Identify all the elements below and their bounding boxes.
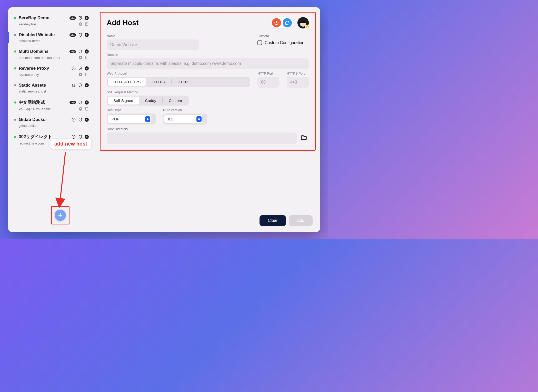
protocol-option-https[interactable]: HTTPS <box>147 78 171 86</box>
shield-icon <box>78 100 83 105</box>
chevron-updown-icon <box>145 116 150 122</box>
svg-rect-28 <box>86 136 87 138</box>
status-dot-icon <box>14 34 16 36</box>
pause-icon[interactable] <box>85 135 89 139</box>
page-title: Add Host <box>107 19 271 27</box>
root-directory-input[interactable] <box>107 132 297 144</box>
redirect-icon <box>71 135 76 139</box>
avatar-badge-icon <box>305 25 309 29</box>
status-dot-icon <box>14 101 16 104</box>
notes-icon[interactable] <box>85 22 89 26</box>
pause-icon[interactable] <box>85 16 89 20</box>
sidebar-item-static-assets[interactable]: Static Assets static.servbay.host <box>8 80 95 96</box>
php-version-select[interactable]: 8.3 <box>164 115 203 123</box>
svg-point-26 <box>72 118 75 121</box>
play-icon[interactable] <box>85 118 89 122</box>
svg-rect-37 <box>304 24 305 24</box>
svg-rect-21 <box>73 86 74 86</box>
svg-rect-9 <box>87 51 87 52</box>
notes-icon[interactable] <box>85 56 89 60</box>
static-icon <box>71 83 76 88</box>
power-button[interactable] <box>272 18 281 27</box>
php-badge-icon: php <box>69 33 76 37</box>
https-port-input[interactable] <box>287 77 309 88</box>
compass-icon[interactable] <box>78 73 83 77</box>
root-label: Root Directory <box>107 127 309 131</box>
app-window: ServBay Demo php servbay.host Disabled W… <box>8 7 320 232</box>
compass-icon[interactable] <box>78 107 83 111</box>
sidebar-item-chinese-test[interactable]: 中文网站测试 php xn--6qq79v.xn--fiqs8s <box>8 96 95 114</box>
web-protocol-label: Web Protocol <box>107 71 250 75</box>
sidebar-item-disabled-website[interactable]: Disabled Website php disabled.demo <box>8 29 95 46</box>
header-actions <box>271 17 293 28</box>
browse-folder-button[interactable] <box>300 134 309 142</box>
avatar[interactable] <box>297 17 309 28</box>
host-title: Static Assets <box>19 83 69 88</box>
sidebar-item-multi-domains[interactable]: Multi Domains php domain-1.com domain-2.… <box>8 46 95 63</box>
host-domain: reverse.proxy <box>19 73 78 77</box>
annotation-callout: add new host <box>50 139 91 149</box>
domain-input[interactable] <box>107 58 309 69</box>
svg-rect-8 <box>86 51 87 52</box>
pause-icon[interactable] <box>85 66 89 70</box>
host-domain: servbay.host <box>19 22 78 26</box>
clear-button[interactable]: Clear <box>260 215 286 226</box>
shield-icon <box>78 117 83 122</box>
ssl-option-custom[interactable]: Custom <box>163 97 188 105</box>
php-badge-icon: php <box>69 101 76 104</box>
host-domain: xn--6qq79v.xn--fiqs8s <box>19 107 78 111</box>
svg-rect-2 <box>87 17 87 19</box>
ssl-option-selfsigned[interactable]: Self-Signed <box>108 97 139 105</box>
http-port-input[interactable] <box>257 77 280 88</box>
web-protocol-segment: HTTP & HTTPS HTTPS HTTP <box>107 77 250 87</box>
name-input[interactable] <box>107 39 199 50</box>
host-type-value: PHP <box>108 115 151 123</box>
status-dot-icon <box>14 17 16 19</box>
svg-rect-18 <box>85 73 88 76</box>
host-title: Disabled Website <box>19 32 67 37</box>
svg-rect-16 <box>87 68 87 69</box>
play-icon[interactable] <box>85 83 89 87</box>
add-button[interactable]: Add <box>289 215 313 226</box>
host-type-select[interactable]: PHP <box>108 115 151 123</box>
add-host-button[interactable] <box>55 210 66 221</box>
svg-rect-25 <box>85 107 88 110</box>
svg-rect-29 <box>87 136 87 138</box>
status-dot-icon <box>14 136 16 138</box>
svg-point-0 <box>80 17 81 18</box>
sidebar-item-gitlab-docker[interactable]: Gitlab Docker gitlab.docker <box>8 114 95 131</box>
host-domain: static.servbay.host <box>19 89 89 93</box>
ssl-option-caddy[interactable]: Caddy <box>140 97 162 105</box>
custom-config-label: Custom Configuration <box>265 40 304 45</box>
host-title: Gitlab Docker <box>19 117 69 122</box>
ssl-segment: Self-Signed Caddy Custom <box>107 96 189 106</box>
shield-icon <box>78 49 83 54</box>
notes-icon[interactable] <box>85 73 89 77</box>
sidebar-item-servbay-demo[interactable]: ServBay Demo php servbay.host <box>8 12 95 29</box>
sidebar-item-reverse-proxy[interactable]: Reverse Proxy reverse.proxy <box>8 63 95 80</box>
play-icon[interactable] <box>85 33 89 37</box>
shield-icon <box>78 33 83 37</box>
compass-icon[interactable] <box>78 56 83 60</box>
php-badge-icon: php <box>69 16 76 20</box>
swap-icon <box>71 66 76 71</box>
protocol-option-both[interactable]: HTTP & HTTPS <box>108 78 146 86</box>
notes-icon[interactable] <box>85 107 89 111</box>
main-panel: Add Host Name <box>95 7 320 232</box>
footer-actions: Clear Add <box>260 215 313 226</box>
protocol-option-http[interactable]: HTTP <box>172 78 193 86</box>
custom-config-checkbox[interactable] <box>257 40 262 45</box>
chevron-updown-icon <box>196 116 202 122</box>
compass-icon[interactable] <box>78 22 83 26</box>
host-title: Reverse Proxy <box>19 66 69 71</box>
pause-icon[interactable] <box>85 100 89 105</box>
pause-icon[interactable] <box>85 49 89 54</box>
domain-label: Domain <box>107 53 309 57</box>
shield-icon <box>78 83 83 88</box>
shield-icon <box>78 135 83 139</box>
ssl-label: SSL Request Method <box>107 90 309 94</box>
status-dot-icon <box>14 84 16 86</box>
http-port-label: HTTP Port <box>257 71 280 75</box>
status-dot-icon <box>14 119 16 121</box>
refresh-button[interactable] <box>283 18 292 27</box>
